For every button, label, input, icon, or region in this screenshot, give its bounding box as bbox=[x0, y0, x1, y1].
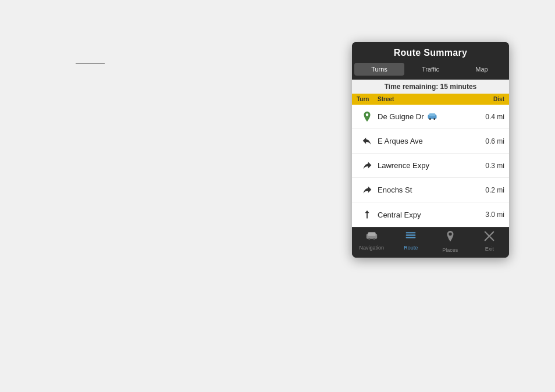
car-nav-icon bbox=[366, 231, 378, 243]
app-title: Route Summary bbox=[357, 48, 504, 58]
svg-point-6 bbox=[368, 238, 370, 240]
tab-bar: Turns Traffic Map bbox=[352, 63, 509, 80]
table-row: E Arques Ave 0.6 mi bbox=[352, 129, 509, 154]
time-remaining-text: Time remaining: 15 minutes bbox=[385, 83, 477, 91]
nav-item-places[interactable]: Places bbox=[431, 231, 470, 253]
dist-value: 0.2 mi bbox=[481, 186, 504, 194]
dist-value: 0.3 mi bbox=[481, 162, 504, 170]
nav-label-places: Places bbox=[442, 247, 458, 253]
tab-map[interactable]: Map bbox=[457, 63, 507, 76]
decorative-line bbox=[76, 63, 105, 64]
dist-value: 0.6 mi bbox=[481, 137, 504, 145]
street-info: Lawrence Expy bbox=[378, 161, 481, 170]
street-info: Enochs St bbox=[378, 186, 481, 194]
turn-icon-right-slight bbox=[357, 159, 378, 172]
svg-rect-10 bbox=[406, 237, 416, 238]
street-name: De Guigne Dr bbox=[378, 112, 424, 121]
column-headers: Turn Street Dist bbox=[352, 94, 509, 105]
street-info: De Guigne Dr bbox=[378, 112, 481, 122]
street-name: E Arques Ave bbox=[378, 137, 423, 145]
nav-item-navigation[interactable]: Navigation bbox=[352, 231, 392, 253]
table-row: Enochs St 0.2 mi bbox=[352, 178, 509, 202]
time-remaining-bar: Time remaining: 15 minutes bbox=[352, 80, 509, 94]
nav-label-route: Route bbox=[404, 245, 418, 251]
dist-value: 3.0 mi bbox=[481, 211, 504, 219]
svg-point-2 bbox=[429, 118, 431, 120]
exit-nav-icon bbox=[484, 231, 494, 244]
svg-rect-1 bbox=[429, 113, 436, 116]
app-container: Route Summary Turns Traffic Map Time rem… bbox=[352, 42, 509, 258]
nav-item-exit[interactable]: Exit bbox=[470, 231, 510, 253]
tab-traffic[interactable]: Traffic bbox=[405, 63, 456, 76]
bottom-nav: Navigation Route Places bbox=[352, 227, 509, 258]
route-list: De Guigne Dr 0.4 mi E bbox=[352, 105, 509, 227]
turn-icon-right-slight-2 bbox=[357, 184, 378, 197]
table-row: Lawrence Expy 0.3 mi bbox=[352, 154, 509, 178]
street-name: Central Expy bbox=[378, 211, 421, 219]
street-name: Enochs St bbox=[378, 186, 412, 194]
street-info: Central Expy bbox=[378, 211, 481, 219]
turn-icon-straight bbox=[357, 208, 378, 221]
col-header-street: Street bbox=[378, 96, 481, 102]
table-row: De Guigne Dr 0.4 mi bbox=[352, 105, 509, 129]
svg-rect-9 bbox=[406, 234, 416, 236]
pin-nav-icon bbox=[446, 231, 455, 245]
list-nav-icon bbox=[405, 231, 417, 243]
street-info: E Arques Ave bbox=[378, 137, 481, 145]
svg-rect-8 bbox=[406, 232, 416, 233]
svg-point-7 bbox=[373, 238, 375, 240]
svg-point-3 bbox=[434, 118, 436, 120]
nav-item-route[interactable]: Route bbox=[392, 231, 431, 253]
turn-icon-left bbox=[357, 135, 378, 148]
col-header-turn: Turn bbox=[357, 96, 378, 102]
nav-label-exit: Exit bbox=[485, 246, 494, 252]
street-name: Lawrence Expy bbox=[378, 161, 429, 170]
dist-value: 0.4 mi bbox=[481, 113, 504, 121]
turn-icon-pin bbox=[357, 111, 378, 123]
tab-turns[interactable]: Turns bbox=[354, 63, 404, 76]
nav-label-navigation: Navigation bbox=[359, 245, 384, 251]
car-icon bbox=[427, 112, 437, 122]
title-bar: Route Summary bbox=[352, 42, 509, 63]
svg-rect-5 bbox=[368, 232, 375, 236]
col-header-dist: Dist bbox=[481, 96, 504, 102]
table-row: Central Expy 3.0 mi bbox=[352, 202, 509, 227]
